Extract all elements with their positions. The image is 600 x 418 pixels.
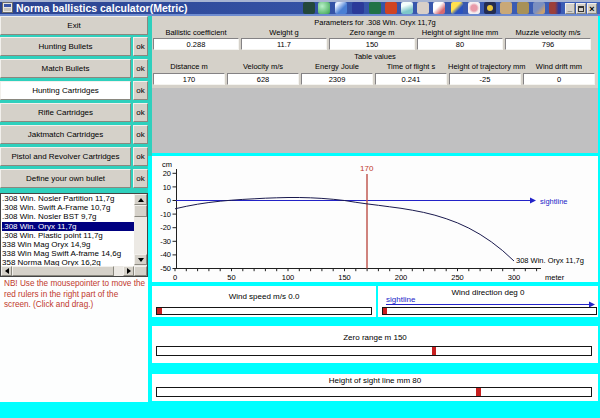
svg-text:150: 150 — [338, 273, 351, 282]
svg-text:20: 20 — [163, 169, 171, 178]
svg-text:200: 200 — [395, 273, 408, 282]
svg-text:-40: -40 — [160, 250, 171, 259]
svg-text:308 Win. Oryx 11,7g: 308 Win. Oryx 11,7g — [516, 256, 584, 265]
svg-text:0: 0 — [173, 273, 177, 282]
svg-text:10: 10 — [163, 183, 171, 192]
svg-text:-10: -10 — [160, 210, 171, 219]
svg-text:-20: -20 — [160, 223, 171, 232]
svg-text:-30: -30 — [160, 237, 171, 246]
svg-text:sightline: sightline — [540, 197, 568, 206]
svg-text:meter: meter — [545, 273, 565, 282]
svg-text:0: 0 — [167, 196, 171, 205]
svg-text:170: 170 — [360, 164, 374, 173]
svg-text:100: 100 — [282, 273, 295, 282]
svg-text:300: 300 — [508, 273, 521, 282]
svg-text:cm: cm — [162, 160, 172, 169]
svg-text:50: 50 — [227, 273, 235, 282]
svg-text:250: 250 — [451, 273, 464, 282]
svg-text:-50: -50 — [160, 264, 171, 273]
